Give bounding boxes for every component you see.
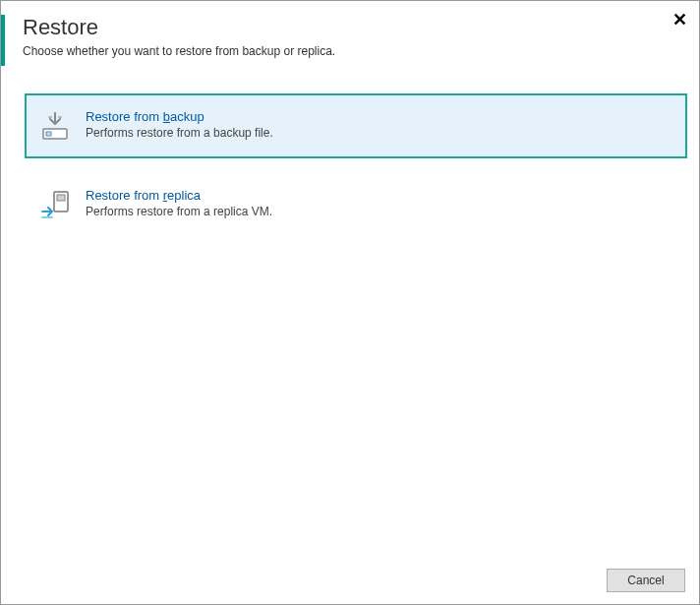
option-title: Restore from replica: [86, 188, 671, 203]
option-description: Performs restore from a backup file.: [86, 126, 671, 140]
option-texts: Restore from backup Performs restore fro…: [86, 109, 671, 140]
page-title: Restore: [23, 15, 677, 40]
svg-rect-1: [46, 132, 51, 136]
cancel-button[interactable]: Cancel: [607, 569, 685, 592]
restore-from-replica-option[interactable]: Restore from replica Performs restore fr…: [25, 172, 687, 237]
dialog-header: ✕ Restore Choose whether you want to res…: [1, 1, 699, 76]
options-body: Restore from backup Performs restore fro…: [1, 76, 699, 559]
restore-dialog: ✕ Restore Choose whether you want to res…: [0, 0, 700, 605]
restore-from-backup-option[interactable]: Restore from backup Performs restore fro…: [25, 93, 687, 158]
close-button[interactable]: ✕: [672, 11, 687, 29]
restore-backup-icon: [40, 111, 72, 143]
option-title: Restore from backup: [86, 109, 671, 124]
dialog-footer: Cancel: [1, 559, 699, 604]
option-texts: Restore from replica Performs restore fr…: [86, 188, 671, 218]
page-subtitle: Choose whether you want to restore from …: [23, 44, 677, 58]
svg-rect-3: [57, 195, 65, 201]
option-description: Performs restore from a replica VM.: [86, 205, 671, 218]
restore-replica-icon: [40, 190, 72, 221]
